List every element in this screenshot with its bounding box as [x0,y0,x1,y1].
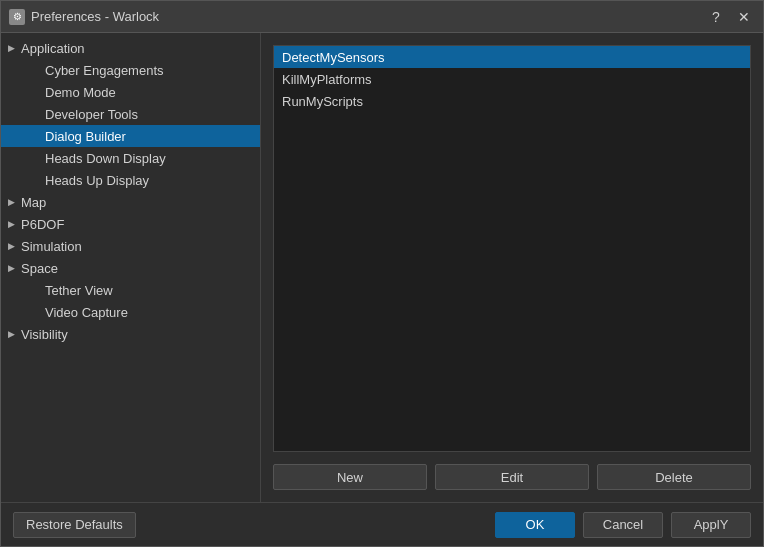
sidebar-item-visibility[interactable]: Visibility [1,323,260,345]
main-panel: DetectMySensorsKillMyPlatformsRunMyScrip… [261,33,763,502]
delete-button[interactable]: Delete [597,464,751,490]
sidebar-item-label: Heads Up Display [45,173,149,188]
sidebar-item-label: Space [21,261,58,276]
expand-arrow-icon [5,262,17,274]
sidebar-item-video-capture[interactable]: Video Capture [1,301,260,323]
close-button[interactable]: ✕ [733,6,755,28]
sidebar-item-simulation[interactable]: Simulation [1,235,260,257]
list-item-detect-my-sensors[interactable]: DetectMySensors [274,46,750,68]
footer: Restore Defaults OK Cancel ApplY [1,502,763,546]
expand-arrow-icon [5,196,17,208]
sidebar-item-tether-view[interactable]: Tether View [1,279,260,301]
new-button[interactable]: New [273,464,427,490]
sidebar: ApplicationCyber EngagementsDemo ModeDev… [1,33,261,502]
list-item-run-my-scripts[interactable]: RunMyScripts [274,90,750,112]
titlebar-buttons: ? ✕ [705,6,755,28]
help-button[interactable]: ? [705,6,727,28]
dialog-list: DetectMySensorsKillMyPlatformsRunMyScrip… [273,45,751,452]
sidebar-item-label: Cyber Engagements [45,63,164,78]
sidebar-item-label: Visibility [21,327,68,342]
sidebar-item-demo-mode[interactable]: Demo Mode [1,81,260,103]
apply-button[interactable]: ApplY [671,512,751,538]
window-title: Preferences - Warlock [31,9,705,24]
sidebar-item-developer-tools[interactable]: Developer Tools [1,103,260,125]
list-item-kill-my-platforms[interactable]: KillMyPlatforms [274,68,750,90]
preferences-window: ⚙ Preferences - Warlock ? ✕ ApplicationC… [0,0,764,547]
sidebar-item-heads-up-display[interactable]: Heads Up Display [1,169,260,191]
expand-arrow-icon [5,240,17,252]
cancel-button[interactable]: Cancel [583,512,663,538]
sidebar-item-label: Simulation [21,239,82,254]
sidebar-item-label: P6DOF [21,217,64,232]
list-item-label: DetectMySensors [282,50,385,65]
footer-left: Restore Defaults [13,512,495,538]
sidebar-item-label: Tether View [45,283,113,298]
sidebar-item-label: Heads Down Display [45,151,166,166]
sidebar-item-label: Video Capture [45,305,128,320]
content-area: ApplicationCyber EngagementsDemo ModeDev… [1,33,763,502]
footer-action-buttons: OK Cancel ApplY [495,512,751,538]
titlebar: ⚙ Preferences - Warlock ? ✕ [1,1,763,33]
restore-defaults-button[interactable]: Restore Defaults [13,512,136,538]
sidebar-item-map[interactable]: Map [1,191,260,213]
panel-button-row: New Edit Delete [273,464,751,490]
sidebar-item-label: Dialog Builder [45,129,126,144]
ok-button[interactable]: OK [495,512,575,538]
edit-button[interactable]: Edit [435,464,589,490]
sidebar-item-label: Application [21,41,85,56]
sidebar-item-space[interactable]: Space [1,257,260,279]
app-icon: ⚙ [9,9,25,25]
expand-arrow-icon [5,42,17,54]
sidebar-item-label: Developer Tools [45,107,138,122]
sidebar-item-dialog-builder[interactable]: Dialog Builder [1,125,260,147]
list-item-label: KillMyPlatforms [282,72,372,87]
sidebar-item-p6dof[interactable]: P6DOF [1,213,260,235]
expand-arrow-icon [5,328,17,340]
sidebar-item-application[interactable]: Application [1,37,260,59]
sidebar-item-label: Map [21,195,46,210]
sidebar-item-heads-down-display[interactable]: Heads Down Display [1,147,260,169]
expand-arrow-icon [5,218,17,230]
sidebar-item-label: Demo Mode [45,85,116,100]
sidebar-item-cyber-engagements[interactable]: Cyber Engagements [1,59,260,81]
list-item-label: RunMyScripts [282,94,363,109]
